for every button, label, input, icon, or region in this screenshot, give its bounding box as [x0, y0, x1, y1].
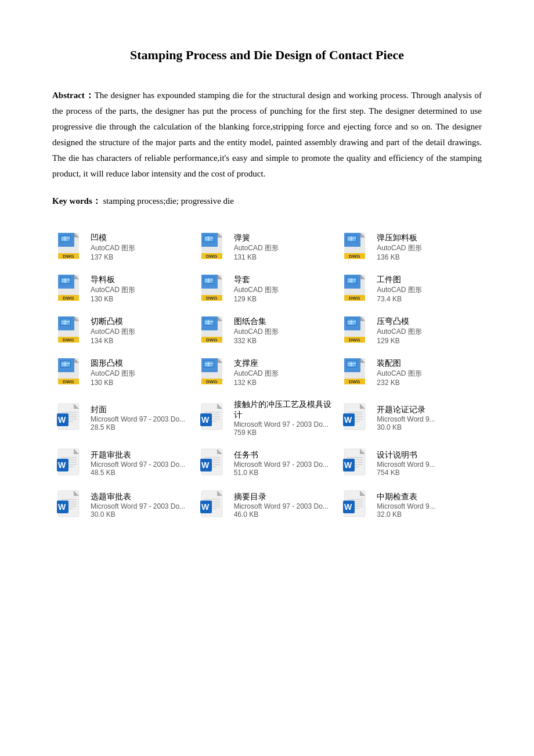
file-size: 232 KB	[377, 379, 421, 387]
list-item[interactable]: DWG 切断凸模AutoCAD 图形134 KB	[52, 310, 196, 352]
file-name: 导套	[234, 275, 279, 285]
file-size: 28.5 KB	[91, 423, 185, 431]
list-item[interactable]: DWG 支撑座AutoCAD 图形132 KB	[196, 352, 339, 394]
file-size: 48.5 KB	[91, 469, 185, 477]
list-item[interactable]: DWG 导料板AutoCAD 图形130 KB	[52, 268, 196, 310]
list-item[interactable]: DWG 压弯凸模AutoCAD 图形129 KB	[338, 310, 482, 352]
file-size: 129 KB	[234, 295, 279, 303]
file-type: AutoCAD 图形	[91, 327, 135, 337]
svg-text:DWG: DWG	[349, 254, 360, 259]
svg-rect-80	[61, 319, 70, 325]
list-item[interactable]: W 摘要目录Microsoft Word 97 - 2003 Do...46.0…	[196, 484, 339, 526]
file-size: 130 KB	[91, 379, 135, 387]
list-item[interactable]: DWG 圆形凸模AutoCAD 图形130 KB	[52, 352, 196, 394]
file-type: Microsoft Word 97 - 2003 Do...	[91, 502, 185, 510]
file-type: AutoCAD 图形	[91, 369, 135, 379]
file-type: Microsoft Word 97 - 2003 Do...	[234, 460, 329, 469]
file-size: 73.4 KB	[377, 295, 421, 303]
dwg-file-icon: DWG	[343, 232, 371, 262]
file-type: AutoCAD 图形	[91, 243, 135, 253]
list-item[interactable]: W 接触片的冲压工艺及模具设计Microsoft Word 97 - 2003 …	[196, 394, 339, 442]
list-item[interactable]: W 封面Microsoft Word 97 - 2003 Do...28.5 K…	[52, 394, 196, 442]
file-name: 任务书	[234, 450, 329, 460]
svg-rect-20	[204, 236, 214, 242]
dwg-file-icon: DWG	[57, 232, 85, 262]
file-size: 332 KB	[234, 337, 279, 345]
list-item[interactable]: W 任务书Microsoft Word 97 - 2003 Do...51.0 …	[196, 442, 339, 484]
keywords-section: Key words： stamping process;die; progres…	[52, 193, 482, 209]
file-size: 30.0 KB	[377, 423, 435, 431]
file-type: Microsoft Word 97 - 2003 Do...	[234, 502, 329, 510]
list-item[interactable]: DWG 弹压卸料板AutoCAD 图形136 KB	[338, 226, 482, 268]
abstract-text: The designer has expounded stamping die …	[52, 91, 482, 178]
list-item[interactable]: W 中期检查表Microsoft Word 9...32.0 KB	[338, 484, 482, 526]
svg-text:W: W	[344, 460, 352, 470]
dwg-file-icon: DWG	[57, 316, 85, 346]
svg-rect-68	[347, 278, 356, 283]
page-title: Stamping Process and Die Design of Conta…	[52, 46, 482, 64]
dwg-file-icon: DWG	[57, 274, 85, 304]
file-size: 137 KB	[91, 253, 135, 261]
word-file-icon: W	[343, 490, 371, 520]
dwg-file-icon: DWG	[343, 274, 371, 304]
file-size: 131 KB	[234, 253, 279, 261]
file-type: AutoCAD 图形	[377, 327, 421, 337]
file-type: AutoCAD 图形	[377, 369, 421, 379]
svg-text:DWG: DWG	[206, 379, 218, 384]
dwg-file-icon: DWG	[343, 358, 371, 388]
list-item[interactable]: DWG 图纸合集AutoCAD 图形332 KB	[196, 310, 339, 352]
dwg-file-icon: DWG	[200, 316, 228, 346]
file-size: 51.0 KB	[234, 469, 329, 477]
file-name: 设计说明书	[377, 450, 435, 460]
file-name: 弹簧	[234, 233, 279, 243]
svg-text:DWG: DWG	[206, 254, 218, 259]
file-size: 134 KB	[91, 337, 135, 345]
file-type: AutoCAD 图形	[234, 243, 279, 253]
file-type: Microsoft Word 9...	[377, 415, 435, 423]
dwg-file-icon: DWG	[200, 358, 228, 388]
svg-rect-8	[61, 236, 70, 242]
list-item[interactable]: DWG 导套AutoCAD 图形129 KB	[196, 268, 339, 310]
file-name: 开题审批表	[91, 450, 185, 460]
svg-text:DWG: DWG	[206, 337, 218, 343]
dwg-file-icon: DWG	[200, 232, 228, 262]
file-name: 中期检查表	[377, 492, 435, 502]
abstract-section: Abstract：The designer has expounded stam…	[52, 88, 482, 182]
svg-rect-140	[347, 361, 356, 367]
svg-text:W: W	[201, 460, 210, 470]
file-size: 136 KB	[377, 253, 421, 261]
list-item[interactable]: W 开题审批表Microsoft Word 97 - 2003 Do...48.…	[52, 442, 196, 484]
file-name: 接触片的冲压工艺及模具设计	[234, 399, 334, 420]
file-name: 封面	[91, 405, 185, 415]
list-item[interactable]: DWG 工件图AutoCAD 图形73.4 KB	[338, 268, 482, 310]
file-name: 支撑座	[234, 358, 279, 369]
word-file-icon: W	[57, 448, 85, 478]
word-file-icon: W	[343, 448, 371, 478]
list-item[interactable]: DWG 装配图AutoCAD 图形232 KB	[338, 352, 482, 394]
svg-text:W: W	[58, 460, 66, 470]
list-item[interactable]: W 开题论证记录Microsoft Word 9...30.0 KB	[338, 394, 482, 442]
file-name: 导料板	[91, 275, 135, 285]
file-size: 46.0 KB	[234, 510, 329, 519]
svg-rect-56	[204, 278, 214, 283]
svg-text:DWG: DWG	[63, 254, 74, 259]
svg-text:DWG: DWG	[349, 337, 360, 343]
file-type: AutoCAD 图形	[377, 285, 421, 295]
file-type: Microsoft Word 9...	[377, 502, 435, 510]
file-type: AutoCAD 图形	[234, 369, 279, 379]
list-item[interactable]: W 选题审批表Microsoft Word 97 - 2003 Do...30.…	[52, 484, 196, 526]
file-type: AutoCAD 图形	[234, 285, 279, 295]
word-file-icon: W	[200, 403, 228, 433]
list-item[interactable]: W 设计说明书Microsoft Word 9...754 KB	[338, 442, 482, 484]
file-name: 压弯凸模	[377, 316, 421, 327]
files-grid: DWG 凹模AutoCAD 图形137 KB DWG 弹簧AutoCAD 图形1…	[52, 226, 482, 526]
list-item[interactable]: DWG 弹簧AutoCAD 图形131 KB	[196, 226, 339, 268]
abstract-label: Abstract：	[52, 91, 95, 100]
file-size: 132 KB	[234, 379, 279, 387]
file-size: 30.0 KB	[91, 510, 185, 519]
file-size: 754 KB	[377, 469, 435, 477]
file-type: AutoCAD 图形	[377, 243, 421, 253]
svg-text:W: W	[201, 502, 210, 512]
list-item[interactable]: DWG 凹模AutoCAD 图形137 KB	[52, 226, 196, 268]
word-file-icon: W	[200, 490, 228, 520]
